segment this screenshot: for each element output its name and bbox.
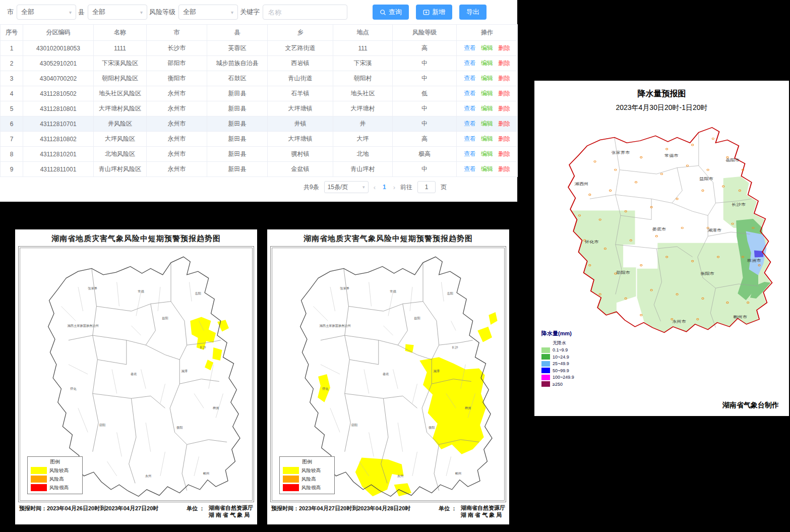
delete-link[interactable]: 删除 — [498, 75, 510, 82]
unit-label: 单位 ： — [187, 505, 205, 519]
cell-code: 43112810502 — [23, 86, 94, 101]
search-button[interactable]: 查询 — [373, 5, 409, 20]
add-button[interactable]: 新增 — [416, 5, 452, 20]
col-header-code: 分区编码 — [23, 25, 94, 41]
legend-swatch — [31, 484, 47, 491]
edit-link[interactable]: 编辑 — [481, 105, 493, 112]
precip-legend: 降水量(mm) 无降水0.1~9.910~24.925~49.950~99.91… — [541, 330, 574, 388]
cell-town: 西岩镇 — [268, 56, 333, 71]
view-link[interactable]: 查看 — [464, 105, 476, 112]
view-link[interactable]: 查看 — [464, 135, 476, 142]
export-button[interactable]: 导出 — [459, 5, 487, 20]
city-label: 长沙市 — [732, 202, 746, 207]
region-label: 郴州 — [455, 471, 461, 475]
goto-page-input[interactable] — [417, 181, 436, 193]
region-label: 邵阳 — [351, 423, 357, 427]
cell-city: 永州市 — [147, 101, 207, 116]
legend-swatch — [541, 381, 550, 387]
delete-link[interactable]: 删除 — [498, 105, 510, 112]
cell-city: 衡阳市 — [147, 71, 207, 86]
cell-place: 大坪塘村 — [333, 101, 393, 116]
edit-link[interactable]: 编辑 — [481, 90, 493, 97]
legend-item: 风险高 — [283, 476, 331, 483]
col-header-town: 乡 — [268, 25, 333, 41]
city-label: 娄底市 — [652, 227, 666, 231]
pagination: 共9条 15条/页 ▾ ‹ 1 › 前往 页 — [0, 177, 517, 193]
view-link[interactable]: 查看 — [464, 75, 476, 82]
cell-place: 111 — [333, 41, 393, 56]
chevron-down-icon: ▾ — [231, 10, 233, 15]
view-link[interactable]: 查看 — [464, 120, 476, 127]
city-filter-select[interactable]: 全部 ▾ — [17, 5, 76, 20]
next-page-button[interactable]: › — [393, 184, 395, 191]
cell-name: 井风险区 — [94, 116, 147, 132]
plus-square-icon — [423, 9, 430, 16]
view-link[interactable]: 查看 — [464, 60, 476, 67]
region-label: 湘潭 — [181, 369, 188, 373]
cell-seq: 9 — [1, 162, 23, 177]
delete-link[interactable]: 删除 — [498, 60, 510, 67]
cell-risk: 中 — [393, 116, 457, 132]
table-row: 643112810701井风险区永州市新田县井镇井中查看编辑删除 — [1, 116, 518, 132]
current-page[interactable]: 1 — [381, 184, 388, 191]
edit-link[interactable]: 编辑 — [481, 135, 493, 142]
legend-swatch — [541, 368, 550, 373]
keyword-filter-label: 关键字 — [240, 8, 260, 17]
edit-link[interactable]: 编辑 — [481, 120, 493, 127]
legend-swatch — [283, 476, 299, 483]
delete-link[interactable]: 删除 — [498, 135, 510, 142]
edit-link[interactable]: 编辑 — [481, 75, 493, 82]
cell-place: 青山坪村 — [333, 162, 393, 177]
legend-item: 0.1~9.9 — [541, 347, 574, 354]
edit-link[interactable]: 编辑 — [481, 44, 493, 51]
cell-city: 邵阳市 — [147, 56, 207, 71]
county-filter-select[interactable]: 全部 ▾ — [88, 5, 147, 20]
view-link[interactable]: 查看 — [464, 44, 476, 51]
chevron-down-icon: ▾ — [69, 10, 72, 15]
delete-link[interactable]: 删除 — [498, 90, 510, 97]
legend-item: 风险较高 — [31, 467, 79, 474]
region-label: 益阳 — [414, 316, 420, 320]
region-label: 湘潭 — [434, 369, 440, 373]
table-row: 743112810802大坪风险区永州市新田县大坪塘镇大坪高查看编辑删除 — [1, 132, 518, 147]
cell-county: 石鼓区 — [207, 71, 268, 86]
unit-label: 单位 ： — [439, 505, 457, 519]
region-label: 湘西土家族苗族自治州 — [320, 324, 351, 328]
region-label: 湘西土家族苗族自治州 — [68, 324, 99, 328]
region-label: 株洲 — [464, 406, 471, 410]
risk-level-filter-select[interactable]: 全部 ▾ — [178, 5, 238, 20]
cell-seq: 4 — [1, 86, 23, 101]
legend-label: 风险很高 — [49, 485, 69, 491]
unit-line-2: 湖 南 省 气 象 局 — [209, 512, 253, 519]
trend-legend-items: 风险较高风险高风险很高 — [283, 467, 331, 491]
col-header-place: 地点 — [333, 25, 393, 41]
view-link[interactable]: 查看 — [464, 90, 476, 97]
precipitation-map-panel: 降水量预报图 2023年4月30日20时-1日20时 张家界市常德市岳阳市益阳市… — [534, 81, 789, 416]
cell-city: 永州市 — [147, 132, 207, 147]
edit-link[interactable]: 编辑 — [481, 165, 493, 172]
view-link[interactable]: 查看 — [464, 150, 476, 157]
region-label: 岳阳 — [447, 291, 453, 295]
cell-name: 大坪塘村风险区 — [94, 101, 147, 116]
unit-line-1: 湖南省自然资源厅 — [209, 505, 253, 512]
delete-link[interactable]: 删除 — [498, 165, 510, 172]
prev-page-button[interactable]: ‹ — [374, 184, 376, 191]
cell-code: 43112810801 — [23, 101, 94, 116]
view-link[interactable]: 查看 — [464, 165, 476, 172]
region-label: 长沙 — [452, 345, 458, 349]
delete-link[interactable]: 删除 — [498, 150, 510, 157]
table-row: 243052910201下宋溪风险区邵阳市城步苗族自治县西岩镇下宋溪中查看编辑删… — [1, 56, 518, 71]
keyword-input[interactable] — [263, 5, 347, 20]
page-size-select[interactable]: 15条/页 ▾ — [324, 181, 369, 193]
delete-link[interactable]: 删除 — [498, 120, 510, 127]
col-header-county: 县 — [207, 25, 268, 41]
city-label: 岳阳市 — [725, 158, 739, 162]
cell-actions: 查看编辑删除 — [457, 162, 518, 177]
legend-label: 无降水 — [553, 340, 566, 346]
delete-link[interactable]: 删除 — [498, 44, 510, 51]
cell-code: 43052910201 — [23, 56, 94, 71]
edit-link[interactable]: 编辑 — [481, 150, 493, 157]
cell-place: 下宋溪 — [333, 56, 393, 71]
legend-label: 风险高 — [49, 476, 64, 483]
edit-link[interactable]: 编辑 — [481, 60, 493, 67]
